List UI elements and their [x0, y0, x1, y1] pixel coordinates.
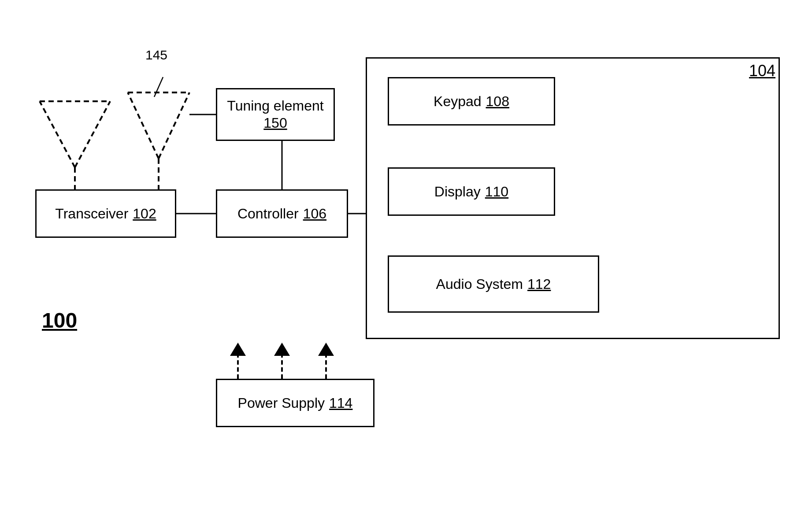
power-supply-label: Power Supply: [238, 395, 325, 411]
tuning-element-label: Tuning element: [227, 98, 323, 114]
box-106: Controller 106: [216, 189, 348, 238]
audio-system-label: Audio System: [436, 276, 523, 292]
controller-label: Controller: [237, 206, 299, 222]
svg-marker-14: [230, 343, 246, 356]
box-112: Audio System 112: [388, 255, 599, 313]
right-antenna: [128, 92, 216, 189]
transceiver-ref: 102: [133, 206, 156, 222]
audio-system-ref: 112: [527, 276, 551, 292]
keypad-ref: 108: [486, 93, 509, 110]
left-antenna: [40, 101, 110, 189]
display-label: Display: [434, 184, 481, 200]
box-108: Keypad 108: [388, 77, 555, 126]
svg-line-1: [75, 101, 110, 167]
box-150: Tuning element 150: [216, 88, 335, 141]
svg-line-4: [128, 92, 159, 159]
svg-line-0: [40, 101, 75, 167]
svg-line-9: [154, 77, 163, 97]
box-102: Transceiver 102: [35, 189, 176, 238]
tuning-element-ref: 150: [263, 115, 287, 131]
box-110: Display 110: [388, 167, 555, 216]
label-104: 104: [749, 62, 775, 80]
display-ref: 110: [485, 184, 508, 200]
svg-marker-16: [274, 343, 290, 356]
system-label-100: 100: [42, 308, 77, 332]
svg-line-5: [159, 92, 189, 159]
keypad-label: Keypad: [434, 93, 482, 110]
ref-145: 145: [145, 48, 167, 63]
controller-ref: 106: [303, 206, 326, 222]
transceiver-label: Transceiver: [55, 206, 128, 222]
svg-marker-18: [318, 343, 334, 356]
diagram-container: 145 104 Keypad 108 Display 110 Audio Sys…: [0, 0, 812, 532]
power-supply-ref: 114: [329, 395, 352, 411]
box-114: Power Supply 114: [216, 379, 374, 427]
